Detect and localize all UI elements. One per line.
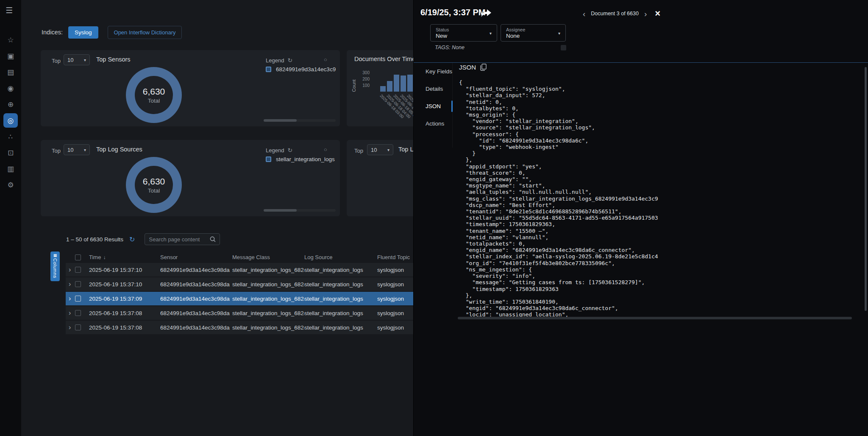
top-count-select[interactable]: 10 ▾ [64,54,90,65]
sidebar: ☰ ☆ ▣ ▤ ◉ ⊕ ◎ ∴ ⊡ ▥ ⚙ [0,0,21,436]
next-document-button[interactable]: › [644,10,647,18]
cell-message-class: stellar_integration_logs_6824991e9d3a14e… [232,296,304,302]
syslog-index-button[interactable]: Syslog [68,26,98,39]
detail-tabs: Key Fields Details JSON Actions [414,63,453,148]
top-sensors-panel: Top 10 ▾ Top Sensors Legend ↻ ○ 6824991e… [41,50,340,126]
legend-checkbox[interactable] [266,67,271,72]
row-expand-icon[interactable]: › [66,295,75,302]
cell-message-class: stellar_integration_logs_6824991e9d3a14e… [232,267,304,273]
legend-refresh-icon[interactable]: ↻ [287,57,292,64]
sidebar-item-detections[interactable]: ◉ [5,83,16,93]
row-checkbox[interactable] [75,296,81,302]
tab-json[interactable]: JSON [414,98,452,115]
legend-scrollbar-thumb[interactable] [264,209,297,212]
bar[interactable] [380,86,386,92]
sort-desc-icon: ↓ [103,254,106,260]
cell-log-source: stellar_integration_logs [304,296,377,302]
top-sensors-donut-chart[interactable]: 6,630 Total [126,67,182,123]
panel-toggle-icon[interactable] [561,45,566,50]
refresh-results-icon[interactable]: ↻ [129,235,135,243]
row-checkbox[interactable] [75,281,81,287]
column-header-fluentd-topic[interactable]: Fluentd Topic [377,254,413,260]
legend-item[interactable]: 6824991e9d3a14ec3c9 [266,66,336,73]
row-checkbox[interactable] [75,310,81,316]
indices-row: Indices: Syslog Open Interflow Dictionar… [42,25,182,39]
table-row[interactable]: › 2025-06-19 15:37:10 6824991e9d3a14ec3c… [66,263,413,277]
column-header-sensor[interactable]: Sensor [160,254,232,260]
top-log-sources-donut-chart[interactable]: 6,630 Total [126,157,182,213]
bar[interactable] [401,75,406,92]
previous-document-button[interactable]: ‹ [583,10,585,18]
cell-log-source: stellar_integration_logs [304,324,377,331]
panel-title: Documents Over Time [354,56,415,62]
sidebar-item-favorites[interactable]: ☆ [5,35,16,45]
share-icon[interactable] [481,9,492,18]
sidebar-item-cases[interactable]: ▤ [5,67,16,77]
sidebar-item-automation[interactable]: ⊡ [5,148,16,158]
cell-fluentd-topic: syslogjson [377,310,413,316]
bar[interactable] [394,75,399,92]
donut-total-value: 6,630 [143,176,165,187]
copy-icon[interactable] [480,64,487,71]
sidebar-item-threat-hunting[interactable]: ⊕ [5,99,16,109]
tab-actions[interactable]: Actions [414,115,452,132]
legend-checkbox[interactable] [266,157,271,162]
search-input[interactable] [145,236,209,243]
legend-header: Legend ↻ [266,57,292,64]
cell-fluentd-topic: syslogjson [377,324,413,331]
top-count-value: 10 [371,147,377,153]
document-position-label: Document 3 of 6630 [591,11,639,17]
y-axis-ticks: 300 200 100 [358,70,370,88]
panel-title: Top L [398,146,413,153]
assignee-dropdown[interactable]: Assignee None ▾ [501,24,566,42]
json-document-body[interactable]: { "fluentd_topic": "syslogjson", "stella… [459,79,853,317]
legend-collapse-icon[interactable]: ○ [324,146,327,153]
chevron-down-icon: ▾ [84,58,86,62]
open-interflow-dictionary-button[interactable]: Open Interflow Dictionary [108,26,182,39]
donut-total-label: Total [143,98,165,104]
select-all-checkbox[interactable] [75,254,81,260]
column-header-log-source[interactable]: Log Source [304,254,377,260]
table-row[interactable]: › 2025-06-19 15:37:08 6824991e9d3a14ec3c… [66,306,413,321]
sidebar-item-dashboard[interactable]: ▣ [5,51,16,61]
cell-time: 2025-06-19 15:37:10 [89,281,160,288]
sidebar-item-connections[interactable]: ∴ [5,131,16,142]
top-count-select[interactable]: 10 ▾ [367,144,393,155]
json-horizontal-scrollbar[interactable] [458,317,852,319]
donut-center: 6,630 Total [143,87,165,104]
row-expand-icon[interactable]: › [66,281,75,288]
row-expand-icon[interactable]: › [66,324,75,331]
tab-key-fields[interactable]: Key Fields [414,63,452,80]
row-expand-icon[interactable]: › [66,310,75,316]
json-vertical-scrollbar[interactable] [865,67,867,311]
close-icon[interactable]: × [655,9,660,18]
table-row[interactable]: › 2025-06-19 15:37:10 6824991e9d3a14ec3c… [66,277,413,292]
legend-item[interactable]: stellar_integration_logs [266,156,335,162]
top-count-select[interactable]: 10 ▾ [64,144,90,155]
row-expand-icon[interactable]: › [66,266,75,273]
sidebar-item-investigate[interactable]: ◎ [3,113,18,128]
legend-collapse-icon[interactable]: ○ [324,56,327,63]
y-tick: 100 [358,83,370,88]
columns-button[interactable]: ▦ Columns [50,252,60,281]
row-checkbox[interactable] [75,324,81,330]
row-checkbox[interactable] [75,267,81,273]
column-header-time[interactable]: Time ↓ [89,254,160,260]
legend-refresh-icon[interactable]: ↻ [287,147,292,154]
cell-fluentd-topic: syslogjson [377,296,413,302]
document-timestamp-title: 6/19/25, 3:37 PM [420,8,485,17]
bar[interactable] [407,75,413,92]
status-dropdown[interactable]: Status New ▾ [430,24,497,42]
menu-icon[interactable]: ☰ [6,6,13,15]
legend-scrollbar-thumb[interactable] [264,119,297,122]
cell-fluentd-topic: syslogjson [377,281,413,288]
table-row[interactable]: › 2025-06-19 15:37:08 6824991e9d3a14ec3c… [66,321,413,335]
bar[interactable] [387,81,392,92]
table-row-selected[interactable]: › 2025-06-19 15:37:09 6824991e9d3a14ec3c… [66,292,413,306]
panel-title: Top Sensors [96,56,131,63]
cell-message-class: stellar_integration_logs_6824991e9d3a14e… [232,281,304,288]
column-header-message-class[interactable]: Message Class [232,254,304,260]
sidebar-item-settings[interactable]: ⚙ [5,180,16,190]
tab-details[interactable]: Details [414,80,452,98]
sidebar-item-reports[interactable]: ▥ [5,164,16,174]
